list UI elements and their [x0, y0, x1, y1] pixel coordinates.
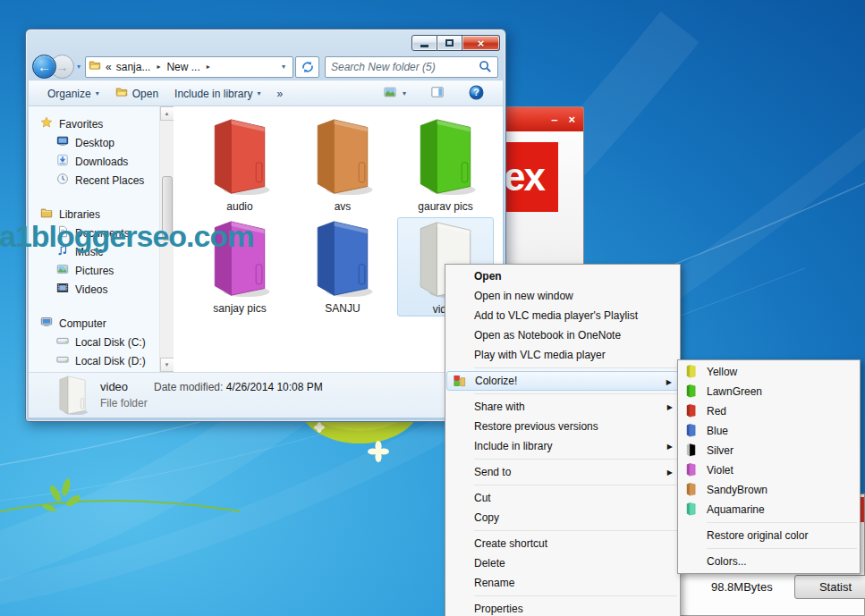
help-button[interactable]: ?	[461, 81, 492, 106]
toolbar-include-in-library[interactable]: Include in library▾	[166, 84, 268, 104]
menu-item-cut[interactable]: Cut	[446, 488, 679, 508]
details-pane: video File folder Date modified: 4/26/20…	[29, 372, 503, 418]
views-icon	[382, 86, 398, 101]
address-folder-icon	[89, 59, 101, 74]
menu-item-open-as-notebook-in-onenote[interactable]: Open as Notebook in OneNote	[446, 325, 679, 345]
minimize-icon[interactable]: –	[551, 114, 557, 125]
submenu-arrow-icon: ▶	[666, 378, 672, 386]
desktop-icon	[56, 135, 69, 150]
help-icon: ?	[469, 85, 484, 103]
menu-item-send-to[interactable]: Send to▶	[446, 462, 679, 482]
breadcrumb[interactable]: «sanja...▸New ...▸▾	[85, 56, 293, 78]
menu-item-colorize-[interactable]: Colorize!▶	[446, 371, 679, 391]
folder-tile-audio[interactable]: audio	[191, 115, 288, 213]
close-button[interactable]: ×	[462, 35, 500, 51]
menu-item-share-with[interactable]: Share with▶	[446, 397, 679, 417]
folder-icon	[55, 376, 89, 418]
recent-pages-chevron-icon[interactable]: ▾	[74, 63, 85, 71]
preview-pane-button[interactable]	[422, 82, 453, 105]
color-chip-icon	[683, 365, 699, 378]
sidebar-section-favorites[interactable]: Favorites	[29, 114, 159, 133]
menu-item-create-shortcut[interactable]: Create shortcut	[446, 534, 679, 553]
menu-item-restore-previous-versions[interactable]: Restore previous versions	[446, 417, 679, 436]
folder-tile-SANJU[interactable]: SANJU	[294, 217, 391, 315]
breadcrumb-segment[interactable]: sanja...	[114, 60, 153, 74]
menu-separator	[707, 522, 857, 523]
color-chip-icon	[683, 463, 699, 477]
menu-item-properties[interactable]: Properties	[446, 599, 679, 616]
colorize-icon	[452, 375, 467, 387]
crumb-arrow-icon[interactable]: ▸	[205, 63, 212, 71]
maximize-button[interactable]	[437, 35, 462, 51]
details-modified: Date modified: 4/26/2014 10:08 PM	[154, 381, 323, 393]
menu-item-lawngreen[interactable]: LawnGreen	[679, 382, 859, 401]
maximize-icon	[445, 39, 454, 46]
statistics-button[interactable]: Statist	[794, 575, 865, 599]
folder-tile-avs[interactable]: avs	[294, 115, 391, 213]
sidebar-section-computer[interactable]: Computer	[29, 314, 159, 333]
submenu-arrow-icon: ▶	[667, 403, 673, 411]
toolbar-organize[interactable]: Organize▾	[39, 84, 107, 104]
details-name: video	[100, 380, 128, 393]
sidebar-item-local-disk-d-[interactable]: Local Disk (D:)	[29, 351, 159, 370]
titlebar[interactable]: ×	[29, 30, 503, 53]
minimize-button[interactable]	[411, 35, 437, 51]
menu-separator	[474, 595, 677, 596]
menu-item-restore-original-color[interactable]: Restore original color	[679, 526, 859, 545]
menu-item-red[interactable]: Red	[679, 401, 859, 421]
menu-item-delete[interactable]: Delete	[446, 553, 679, 573]
crumb-arrow-icon[interactable]: ▸	[155, 63, 162, 71]
refresh-button[interactable]	[295, 56, 319, 78]
app-logo: ex	[503, 142, 558, 212]
submenu-arrow-icon: ▶	[667, 468, 673, 477]
search-icon[interactable]	[479, 60, 492, 73]
address-bar: ← → ▾ «sanja...▸New ...▸▾ Search New fol…	[29, 53, 503, 80]
change-view-button[interactable]: ▾	[374, 82, 414, 105]
toolbar-open[interactable]: Open	[107, 82, 166, 105]
toolbar--[interactable]: »	[268, 84, 291, 104]
menu-item-yellow[interactable]: Yellow	[679, 362, 859, 382]
search-box[interactable]: Search New folder (5)	[325, 56, 498, 78]
menu-item-colors-[interactable]: Colors...	[679, 552, 859, 571]
breadcrumb-segment[interactable]: New ...	[165, 60, 201, 74]
sidebar-item-local-disk-c-[interactable]: Local Disk (C:)	[29, 333, 159, 351]
computer-icon	[40, 316, 53, 331]
sidebar-item-downloads[interactable]: Downloads	[29, 152, 159, 171]
background-app-titlebar: – ×	[503, 107, 583, 131]
sidebar-item-videos[interactable]: Videos	[29, 280, 159, 299]
scroll-up-icon[interactable]: ▲	[160, 106, 174, 121]
svg-text:?: ?	[473, 87, 479, 97]
color-chip-icon	[683, 502, 699, 516]
menu-separator	[474, 459, 677, 460]
folder-tile-gaurav-pics[interactable]: gaurav pics	[397, 115, 494, 213]
videos-icon	[56, 282, 69, 297]
caret-down-icon: ▾	[96, 89, 99, 97]
menu-item-copy[interactable]: Copy	[446, 508, 679, 527]
disk-icon	[56, 334, 69, 350]
menu-item-play-with-vlc-media-player[interactable]: Play with VLC media player	[446, 345, 679, 365]
star-icon	[40, 116, 53, 131]
address-dropdown-icon[interactable]: ▾	[277, 63, 290, 71]
scroll-down-icon[interactable]: ▼	[160, 358, 174, 372]
menu-item-rename[interactable]: Rename	[446, 573, 679, 593]
menu-item-aquamarine[interactable]: Aquamarine	[679, 500, 859, 519]
breadcrumb-overflow[interactable]: «	[104, 61, 112, 73]
menu-item-sandybrown[interactable]: SandyBrown	[679, 480, 859, 500]
sidebar-item-desktop[interactable]: Desktop	[29, 133, 159, 152]
menu-item-add-to-vlc-media-player-s-playlist[interactable]: Add to VLC media player's Playlist	[446, 306, 679, 325]
menu-item-violet[interactable]: Violet	[679, 460, 859, 480]
menu-separator	[474, 530, 677, 531]
menu-item-include-in-library[interactable]: Include in library▶	[446, 436, 679, 456]
menu-item-open-in-new-window[interactable]: Open in new window	[446, 286, 679, 306]
menu-item-blue[interactable]: Blue	[679, 421, 859, 441]
sidebar-item-pictures[interactable]: Pictures	[29, 261, 159, 280]
color-chip-icon	[683, 384, 699, 398]
back-button[interactable]: ←	[32, 55, 56, 79]
menu-item-silver[interactable]: Silver	[679, 441, 859, 460]
recent-icon	[56, 173, 69, 188]
details-type: File folder	[100, 397, 148, 409]
menu-item-open[interactable]: Open	[446, 266, 679, 286]
sidebar-item-recent-places[interactable]: Recent Places	[29, 171, 159, 190]
close-icon[interactable]: ×	[568, 114, 575, 125]
colorize-submenu: Yellow LawnGreen Red Blue Silver Violet …	[677, 359, 861, 574]
